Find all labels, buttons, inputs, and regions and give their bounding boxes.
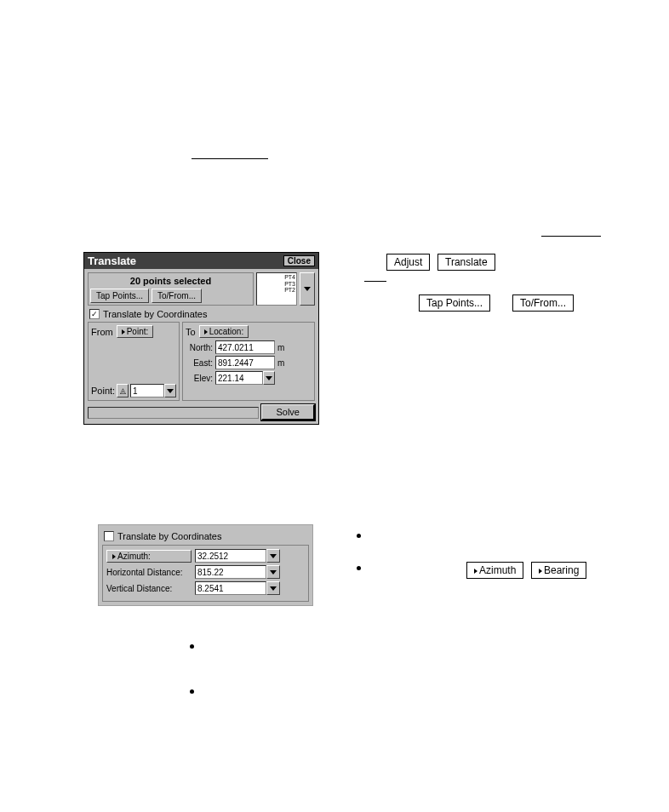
vdist-dropdown[interactable]: [266, 581, 280, 595]
chevron-down-icon: [270, 570, 277, 575]
translate-by-coords-label-2: Translate by Coordinates: [117, 531, 222, 541]
hdist-input[interactable]: [195, 565, 266, 579]
triangle-right-icon: [539, 569, 542, 574]
selection-count: 20 points selected: [90, 275, 251, 287]
doc-adjust-button: Adjust: [386, 254, 430, 271]
dialog-title: Translate: [88, 254, 136, 267]
bullet-icon: [357, 566, 361, 570]
doc-bearing-label: Bearing: [544, 564, 579, 576]
preview-line: PT3: [258, 281, 295, 288]
checkbox-icon: ✓: [89, 309, 100, 319]
chevron-down-icon: [167, 389, 174, 393]
doc-azimuth-button: Azimuth: [466, 562, 523, 579]
bullet-icon: [190, 689, 194, 694]
solve-button[interactable]: Solve: [261, 404, 315, 420]
triangle-right-icon: [122, 329, 125, 335]
north-input[interactable]: [215, 340, 275, 354]
point-label: Point:: [91, 386, 115, 396]
decoration-underline: [192, 158, 268, 159]
progress-bar: [88, 407, 259, 419]
doc-translate-button: Translate: [437, 254, 495, 271]
translate-by-coords-label: Translate by Coordinates: [103, 309, 208, 319]
bullet-icon: [190, 644, 194, 649]
doc-azimuth-label: Azimuth: [479, 564, 516, 576]
chevron-down-icon: [270, 554, 277, 558]
dialog-body: 20 points selected Tap Points... To/From…: [84, 269, 318, 424]
hdist-label: Horizontal Distance:: [106, 568, 192, 577]
east-input[interactable]: [215, 356, 275, 369]
azimuth-input[interactable]: [195, 549, 266, 563]
azimuth-combo[interactable]: [195, 549, 305, 563]
doc-tap-points-button: Tap Points...: [419, 294, 490, 312]
elev-input[interactable]: [215, 371, 263, 385]
point-input[interactable]: [130, 384, 164, 397]
vdist-input[interactable]: [195, 581, 266, 595]
doc-to-from-button: To/From...: [512, 294, 574, 312]
bullet-icon: [357, 534, 361, 538]
north-unit: m: [277, 343, 284, 352]
point-dropdown[interactable]: [164, 384, 176, 397]
from-point-button[interactable]: Point:: [117, 325, 154, 338]
from-label: From: [91, 327, 113, 337]
point-picker-icon[interactable]: ◬: [117, 384, 129, 397]
chevron-down-icon: [266, 376, 272, 380]
translate-mode-panel: Translate by Coordinates Azimuth: Horizo…: [98, 524, 313, 606]
hdist-dropdown[interactable]: [266, 565, 280, 579]
elev-combo[interactable]: [215, 371, 275, 385]
preview-line: PT2: [258, 287, 295, 294]
to-location-button[interactable]: Location:: [199, 325, 249, 338]
azimuth-mode-label: Azimuth:: [117, 552, 151, 561]
azimuth-mode-button[interactable]: Azimuth:: [106, 550, 192, 563]
chevron-down-icon: [304, 287, 311, 291]
translate-by-coords-check-row[interactable]: ✓ Translate by Coordinates: [89, 309, 315, 319]
north-label: North:: [186, 343, 213, 352]
checkbox-icon: [104, 531, 114, 541]
to-location-button-label: Location:: [209, 327, 244, 336]
selection-box: 20 points selected Tap Points... To/From…: [88, 272, 254, 306]
titlebar: Translate Close: [84, 253, 318, 269]
elev-label: Elev:: [186, 374, 213, 383]
translate-dialog: Translate Close 20 points selected Tap P…: [83, 252, 319, 425]
from-panel: From Point: Point: ◬: [88, 322, 180, 401]
east-label: East:: [186, 358, 213, 368]
azimuth-dropdown[interactable]: [266, 549, 280, 563]
triangle-right-icon: [474, 569, 477, 574]
point-combo[interactable]: [130, 384, 176, 397]
hdist-combo[interactable]: [195, 565, 305, 579]
preview-dropdown[interactable]: [300, 272, 315, 306]
to-from-button[interactable]: To/From...: [152, 289, 202, 303]
selection-row: 20 points selected Tap Points... To/From…: [88, 272, 315, 306]
vdist-label: Vertical Distance:: [106, 584, 192, 593]
translate-by-coords-check-row-2[interactable]: Translate by Coordinates: [104, 531, 309, 541]
azimuth-panel: Azimuth: Horizontal Distance: Vertical D…: [102, 545, 309, 602]
vdist-combo[interactable]: [195, 581, 305, 595]
decoration-underline: [364, 281, 386, 282]
triangle-right-icon: [112, 554, 116, 559]
chevron-down-icon: [270, 586, 277, 591]
close-button[interactable]: Close: [283, 255, 315, 266]
points-preview[interactable]: PT4 PT3 PT2: [256, 272, 297, 306]
doc-bearing-button: Bearing: [531, 562, 586, 579]
preview-line: PT4: [258, 274, 295, 281]
east-unit: m: [277, 358, 284, 368]
elev-dropdown[interactable]: [263, 371, 275, 385]
from-point-button-label: Point:: [127, 327, 149, 336]
decoration-underline: [541, 236, 601, 237]
triangle-right-icon: [204, 329, 208, 335]
tap-points-button[interactable]: Tap Points...: [90, 289, 149, 303]
to-panel: To Location: North: m East: m Elev:: [182, 322, 315, 401]
to-label: To: [186, 327, 196, 337]
